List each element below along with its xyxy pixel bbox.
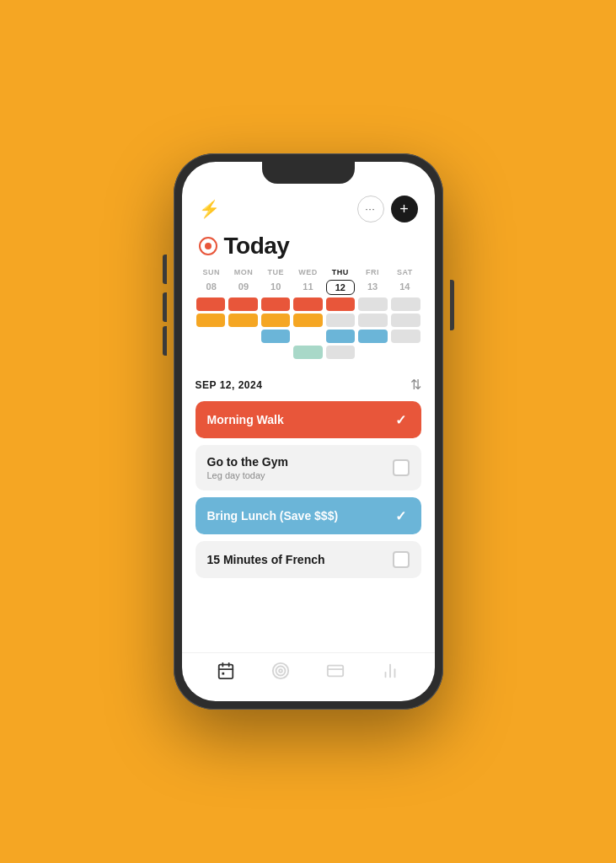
phone-screen: ⚡ ··· + Today	[182, 162, 435, 701]
habit-cell	[326, 314, 356, 327]
task-section: SEP 12, 2024 ⇅ Morning Walk ✓ Go to the …	[182, 368, 435, 652]
more-dots-icon: ···	[365, 204, 375, 214]
habit-cell	[391, 314, 420, 327]
target-nav-icon	[271, 662, 290, 684]
today-icon-inner	[205, 243, 212, 249]
nav-item-chart[interactable]	[381, 662, 399, 684]
day-thu[interactable]: THU	[324, 268, 356, 276]
top-bar: ⚡ ··· +	[182, 187, 435, 229]
habit-cell	[391, 346, 420, 359]
habit-cell	[228, 314, 258, 327]
day-sun[interactable]: SUN	[196, 268, 228, 276]
date-13[interactable]: 13	[356, 280, 388, 295]
more-button[interactable]: ···	[357, 196, 384, 222]
card-nav-icon	[326, 662, 345, 684]
habit-cell	[358, 297, 388, 311]
svg-point-7	[279, 669, 282, 673]
calendar-day-headers: SUN MON TUE WED THU FRI SAT	[196, 268, 421, 276]
habit-row-2	[196, 314, 421, 327]
habit-cell	[228, 346, 258, 359]
habit-cell	[261, 330, 291, 343]
day-wed[interactable]: WED	[292, 268, 324, 276]
task-item-gym[interactable]: Go to the Gym Leg day today	[196, 445, 421, 490]
nav-item-target[interactable]	[271, 662, 290, 684]
date-10[interactable]: 10	[260, 280, 292, 295]
habit-cell	[293, 314, 323, 327]
task-text: Bring Lunch (Save $$$)	[207, 509, 339, 523]
task-text: Go to the Gym Leg day today	[207, 455, 288, 480]
day-tue[interactable]: TUE	[260, 268, 292, 276]
habit-cell	[391, 330, 420, 343]
habit-cell	[326, 297, 356, 311]
bottom-navigation	[182, 652, 435, 701]
day-sat[interactable]: SAT	[388, 268, 420, 276]
task-text: Morning Walk	[207, 413, 284, 426]
habit-cell	[326, 330, 356, 343]
habit-cell	[358, 314, 388, 327]
habit-cell	[261, 297, 291, 311]
habit-cell	[293, 346, 323, 359]
task-subtitle: Leg day today	[207, 470, 288, 480]
date-09[interactable]: 09	[228, 280, 260, 295]
bolt-icon[interactable]: ⚡	[199, 199, 220, 219]
add-button[interactable]: +	[391, 196, 418, 222]
svg-rect-8	[328, 666, 343, 677]
habit-cell	[261, 314, 291, 327]
nav-item-card[interactable]	[326, 662, 345, 684]
task-checkbox[interactable]: ✓	[393, 411, 410, 428]
task-item-lunch[interactable]: Bring Lunch (Save $$$) ✓	[196, 497, 421, 534]
task-text: 15 Minutes of French	[207, 553, 325, 566]
page-header: Today	[182, 229, 435, 268]
page-title: Today	[224, 233, 290, 260]
habit-row-4	[196, 346, 421, 359]
nav-item-calendar[interactable]	[217, 662, 235, 684]
calendar-nav-icon	[217, 662, 235, 684]
habit-cell	[358, 346, 388, 359]
phone-frame: ⚡ ··· + Today	[174, 153, 443, 710]
week-calendar: SUN MON TUE WED THU FRI SAT 08 09 10 11 …	[182, 268, 435, 368]
today-icon	[199, 237, 217, 255]
habit-cell	[293, 330, 323, 343]
task-title: 15 Minutes of French	[207, 553, 325, 566]
svg-rect-0	[219, 665, 233, 679]
task-date-row: SEP 12, 2024 ⇅	[196, 377, 421, 393]
svg-point-6	[276, 667, 286, 676]
habit-cell	[228, 297, 258, 311]
date-08[interactable]: 08	[196, 280, 228, 295]
task-item-morning-walk[interactable]: Morning Walk ✓	[196, 401, 421, 438]
habit-cell	[196, 330, 226, 343]
task-title: Go to the Gym	[207, 455, 288, 469]
habit-cell	[196, 314, 226, 327]
task-checkbox[interactable]	[393, 551, 410, 568]
screen-content: ⚡ ··· + Today	[182, 162, 435, 701]
svg-rect-4	[222, 673, 224, 675]
task-checkbox[interactable]: ✓	[393, 507, 410, 524]
task-date-label: SEP 12, 2024	[196, 379, 263, 391]
habit-cell	[196, 297, 226, 311]
habit-row-3	[196, 330, 421, 343]
chart-nav-icon	[381, 662, 399, 684]
task-checkbox[interactable]	[393, 459, 410, 476]
top-right-actions: ··· +	[357, 196, 418, 222]
habit-row-1	[196, 297, 421, 311]
calendar-dates: 08 09 10 11 12 13 14	[196, 280, 421, 295]
task-item-french[interactable]: 15 Minutes of French	[196, 541, 421, 578]
habit-cell	[261, 346, 291, 359]
date-12[interactable]: 12	[326, 280, 355, 295]
day-fri[interactable]: FRI	[356, 268, 388, 276]
day-mon[interactable]: MON	[228, 268, 260, 276]
habit-cell	[196, 346, 226, 359]
sort-icon[interactable]: ⇅	[410, 377, 421, 393]
date-14[interactable]: 14	[388, 280, 420, 295]
notch	[262, 162, 355, 184]
habit-cell	[228, 330, 258, 343]
habit-cell	[293, 297, 323, 311]
date-11[interactable]: 11	[292, 280, 324, 295]
task-title: Bring Lunch (Save $$$)	[207, 509, 339, 523]
habit-rows	[196, 297, 421, 359]
plus-icon: +	[399, 201, 409, 218]
habit-cell	[358, 330, 388, 343]
habit-cell	[326, 346, 356, 359]
task-title: Morning Walk	[207, 413, 284, 426]
habit-cell	[391, 297, 420, 311]
